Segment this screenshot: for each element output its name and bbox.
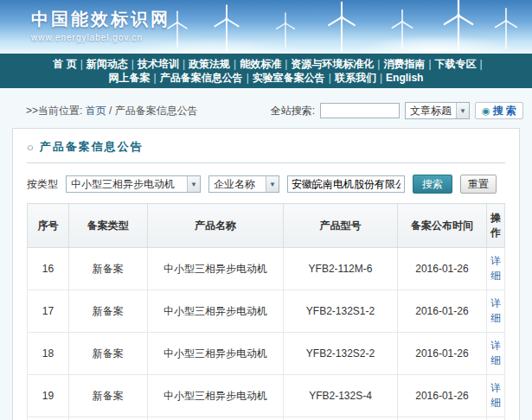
site-title: 中国能效标识网 xyxy=(31,8,170,31)
cell-product-name: 中小型三相异步电动机 xyxy=(147,290,284,333)
table-row: 20 新备案 中小型三相异步电动机 YFB2-132S-6 2016-01-26… xyxy=(28,417,505,420)
col-header-publish-date: 备案公布时间 xyxy=(397,204,486,248)
cell-product-name: 中小型三相异步电动机 xyxy=(147,248,284,290)
nav-item-resources[interactable]: 资源与环境标准化 xyxy=(287,58,377,70)
cell-serial: 18 xyxy=(28,333,69,375)
filter-keyword-input[interactable] xyxy=(287,175,405,193)
detail-link[interactable]: 详细 xyxy=(490,255,501,282)
site-search: 全站搜索: 文章标题 ▼ ◉ 搜 索 xyxy=(271,102,523,119)
cell-publish-date: 2016-01-26 xyxy=(397,333,486,375)
breadcrumb: >>当前位置: 首页 / 产品备案信息公告 xyxy=(26,104,198,118)
detail-link[interactable]: 详细 xyxy=(490,297,501,324)
cell-publish-date: 2016-01-26 xyxy=(397,290,486,333)
site-search-button[interactable]: ◉ 搜 索 xyxy=(475,102,523,119)
nav-item-consumer-guide[interactable]: 消费指南 xyxy=(380,58,428,70)
content-area: >>当前位置: 首页 / 产品备案信息公告 全站搜索: 文章标题 ▼ ◉ 搜 索 xyxy=(0,88,532,420)
cell-serial: 19 xyxy=(28,375,69,417)
nav-item-policy[interactable]: 政策法规 xyxy=(185,58,234,70)
cell-product-name: 中小型三相异步电动机 xyxy=(147,417,284,420)
cell-publish-date: 2016-01-26 xyxy=(397,248,486,290)
table-row: 16 新备案 中小型三相异步电动机 YFB2-112M-6 2016-01-26… xyxy=(28,248,505,290)
chevron-down-icon: ▼ xyxy=(456,103,469,118)
filing-results-table: 序号 备案类型 产品名称 产品型号 备案公布时间 操作 16 新备案 中小型三相… xyxy=(27,203,505,420)
breadcrumb-home-link[interactable]: 首页 xyxy=(86,105,106,117)
site-banner: 中国能效标识网 www.energylabel.gov.cn xyxy=(0,0,532,54)
search-icon: ◉ xyxy=(482,105,490,117)
panel-title-row: ○ 产品备案信息公告 xyxy=(27,139,505,163)
nav-item-online-filing[interactable]: 网上备案 xyxy=(106,72,154,84)
site-search-label: 全站搜索: xyxy=(271,104,315,118)
cell-product-name: 中小型三相异步电动机 xyxy=(147,375,284,417)
cell-action: 详细 xyxy=(487,290,505,333)
page: 中国能效标识网 www.energylabel.gov.cn 首 页|新闻动态|… xyxy=(0,0,532,420)
chevron-down-icon: ▼ xyxy=(187,176,200,192)
cell-product-model: YFB2-112M-6 xyxy=(284,248,398,290)
filter-row: 按类型 中小型三相异步电动机 ▼ 企业名称 ▼ 搜索 重置 xyxy=(27,175,505,194)
detail-link[interactable]: 详细 xyxy=(490,382,501,409)
table-row: 17 新备案 中小型三相异步电动机 YFB2-132S1-2 2016-01-2… xyxy=(28,290,505,333)
col-header-filing-type: 备案类型 xyxy=(69,204,148,248)
site-search-button-label: 搜 索 xyxy=(493,104,516,118)
nav-item-english[interactable]: English xyxy=(382,72,426,84)
cell-product-model: YFB2-132S-6 xyxy=(284,417,398,420)
cell-action: 详细 xyxy=(487,333,505,375)
cell-product-name: 中小型三相异步电动机 xyxy=(147,333,284,375)
site-logo: 中国能效标识网 www.energylabel.gov.cn xyxy=(31,8,170,42)
cell-serial: 20 xyxy=(28,417,69,420)
cell-action: 详细 xyxy=(487,417,505,420)
nav-item-training[interactable]: 技术培训 xyxy=(134,58,183,70)
nav-item-news[interactable]: 新闻动态 xyxy=(83,58,131,70)
col-header-product-name: 产品名称 xyxy=(147,204,284,248)
breadcrumb-current: 产品备案信息公告 xyxy=(115,105,198,117)
chevron-down-icon: ▼ xyxy=(266,176,279,192)
filter-field-select[interactable]: 企业名称 ▼ xyxy=(208,175,279,193)
nav-separator: | xyxy=(480,58,483,70)
page-title: 产品备案信息公告 xyxy=(40,139,144,155)
nav-item-lab-filing-notice[interactable]: 实验室备案公告 xyxy=(249,72,329,84)
filter-type-label: 按类型 xyxy=(27,177,58,192)
cell-publish-date: 2016-01-26 xyxy=(397,417,486,420)
cell-product-model: YFB2-132S1-2 xyxy=(284,290,398,333)
main-nav: 首 页|新闻动态|技术培训|政策法规|能效标准|资源与环境标准化|消费指南|下载… xyxy=(0,54,532,88)
circle-bullet-icon: ○ xyxy=(27,141,34,154)
breadcrumb-separator: / xyxy=(109,105,112,117)
detail-link[interactable]: 详细 xyxy=(490,340,501,366)
cell-product-model: YFB2-132S2-2 xyxy=(284,333,398,375)
site-search-input[interactable] xyxy=(320,103,400,118)
table-header-row: 序号 备案类型 产品名称 产品型号 备案公布时间 操作 xyxy=(28,204,505,248)
cell-serial: 17 xyxy=(28,290,69,333)
cell-filing-type: 新备案 xyxy=(69,248,148,290)
product-filing-panel: ○ 产品备案信息公告 按类型 中小型三相异步电动机 ▼ 企业名称 ▼ 搜索 重置 xyxy=(12,128,520,420)
cell-product-model: YFB2-132S-4 xyxy=(284,375,398,417)
toolbar-row: >>当前位置: 首页 / 产品备案信息公告 全站搜索: 文章标题 ▼ ◉ 搜 索 xyxy=(0,97,532,124)
table-row: 18 新备案 中小型三相异步电动机 YFB2-132S2-2 2016-01-2… xyxy=(28,333,505,375)
breadcrumb-prefix: >>当前位置: xyxy=(26,105,82,117)
filter-type-select[interactable]: 中小型三相异步电动机 ▼ xyxy=(66,175,201,193)
col-header-serial: 序号 xyxy=(28,204,69,248)
filter-field-value: 企业名称 xyxy=(209,177,260,192)
nav-item-downloads[interactable]: 下载专区 xyxy=(432,58,480,70)
cell-filing-type: 新备案 xyxy=(69,417,148,420)
cell-filing-type: 新备案 xyxy=(69,290,148,333)
filter-search-button[interactable]: 搜索 xyxy=(413,175,452,194)
cell-publish-date: 2016-01-26 xyxy=(397,375,486,417)
filter-reset-button[interactable]: 重置 xyxy=(460,175,497,194)
nav-item-product-filing-notice[interactable]: 产品备案信息公告 xyxy=(157,72,247,84)
cell-filing-type: 新备案 xyxy=(69,375,148,417)
nav-item-home[interactable]: 首 页 xyxy=(49,58,80,70)
cell-action: 详细 xyxy=(487,375,505,417)
cell-serial: 16 xyxy=(28,248,69,290)
site-search-category-value: 文章标题 xyxy=(406,104,456,118)
table-row: 19 新备案 中小型三相异步电动机 YFB2-132S-4 2016-01-26… xyxy=(28,375,505,417)
filter-type-value: 中小型三相异步电动机 xyxy=(67,177,179,192)
cell-action: 详细 xyxy=(487,248,505,290)
col-header-action: 操作 xyxy=(487,204,505,248)
site-search-category-select[interactable]: 文章标题 ▼ xyxy=(405,102,470,119)
cell-filing-type: 新备案 xyxy=(69,333,148,375)
nav-item-standards[interactable]: 能效标准 xyxy=(236,58,285,70)
col-header-product-model: 产品型号 xyxy=(284,204,398,248)
site-url: www.energylabel.gov.cn xyxy=(31,33,170,42)
nav-item-contact[interactable]: 联系我们 xyxy=(331,72,380,84)
